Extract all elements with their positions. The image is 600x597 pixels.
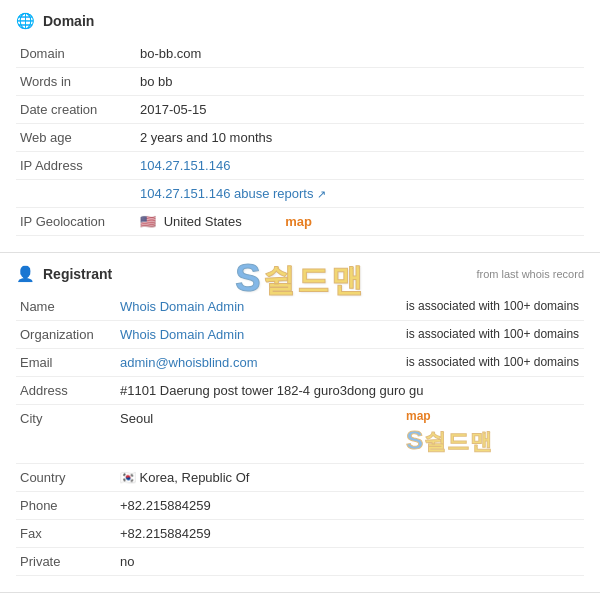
phone-value: +82.215884259 [116,492,584,520]
private-label: Private [16,548,116,576]
external-link-icon: ↗ [317,188,326,200]
email-link[interactable]: admin@whoisblind.com [120,355,257,370]
fax-value: +82.215884259 [116,520,584,548]
watermark2-s: S [406,425,424,455]
city-map-link[interactable]: map [406,409,431,423]
table-row: City Seoul map S쉴드맨 [16,405,584,464]
table-row: Date creation 2017-05-15 [16,96,584,124]
domain-section-header: 🌐 Domain [16,12,584,30]
web-age-value: 2 years and 10 months [136,124,584,152]
globe-icon: 🌐 [16,12,35,30]
registrant-header-row: 👤 Registrant S쉴드맨 from last whois record [16,265,584,283]
name-label: Name [16,293,116,321]
from-whois-text: from last whois record [476,268,584,280]
us-flag-icon: 🇺🇸 [140,214,156,229]
abuse-link[interactable]: 104.27.151.146 abuse reports [140,186,313,201]
empty-label [16,180,136,208]
org-value: Whois Domain Admin [116,321,396,349]
domain-label: Domain [16,40,136,68]
table-row: Private no [16,548,584,576]
ip-address-value: 104.27.151.146 [136,152,584,180]
name-value: Whois Domain Admin [116,293,396,321]
table-row: IP Address 104.27.151.146 [16,152,584,180]
address-label: Address [16,377,116,405]
korea-flag-icon: 🇰🇷 [120,470,136,485]
web-age-label: Web age [16,124,136,152]
country-value: 🇰🇷 Korea, Republic Of [116,464,584,492]
private-value: no [116,548,584,576]
table-row: Address #1101 Daerung post tower 182-4 g… [16,377,584,405]
table-row: Words in bo bb [16,68,584,96]
watermark2-overlay: S쉴드맨 [406,425,580,457]
table-row: Country 🇰🇷 Korea, Republic Of [16,464,584,492]
table-row: Phone +82.215884259 [16,492,584,520]
registrant-section: 👤 Registrant S쉴드맨 from last whois record… [0,253,600,593]
table-row: Name Whois Domain Admin is associated wi… [16,293,584,321]
city-map: map S쉴드맨 [396,405,584,464]
table-row: Web age 2 years and 10 months [16,124,584,152]
words-in-value: bo bb [136,68,584,96]
map-link[interactable]: map [285,214,312,229]
address-value: #1101 Daerung post tower 182-4 guro3dong… [116,377,584,405]
phone-label: Phone [16,492,116,520]
city-value: Seoul [116,405,396,464]
email-label: Email [16,349,116,377]
table-row: IP Geolocation 🇺🇸 United States map [16,208,584,236]
domain-section-title: Domain [43,13,94,29]
abuse-reports-value: 104.27.151.146 abuse reports ↗ [136,180,584,208]
registrant-icon: 👤 [16,265,35,283]
org-assoc: is associated with 100+ domains [396,321,584,349]
ip-address-label: IP Address [16,152,136,180]
country-label: Country [16,464,116,492]
domain-info-table: Domain bo-bb.com Words in bo bb Date cre… [16,40,584,236]
name-assoc: is associated with 100+ domains [396,293,584,321]
table-row: Organization Whois Domain Admin is assoc… [16,321,584,349]
domain-section: 🌐 Domain Domain bo-bb.com Words in bo bb… [0,0,600,253]
table-row: 104.27.151.146 abuse reports ↗ [16,180,584,208]
table-row: Email admin@whoisblind.com is associated… [16,349,584,377]
domain-value: bo-bb.com [136,40,584,68]
words-in-label: Words in [16,68,136,96]
name-link[interactable]: Whois Domain Admin [120,299,244,314]
city-label: City [16,405,116,464]
country-name: United States [164,214,242,229]
ip-geo-value: 🇺🇸 United States map [136,208,584,236]
date-creation-label: Date creation [16,96,136,124]
table-row: Domain bo-bb.com [16,40,584,68]
table-row: Fax +82.215884259 [16,520,584,548]
ip-geo-label: IP Geolocation [16,208,136,236]
registrant-section-header: 👤 Registrant [16,265,112,283]
email-value: admin@whoisblind.com [116,349,396,377]
watermark2-text: S쉴드맨 [406,429,493,454]
org-link[interactable]: Whois Domain Admin [120,327,244,342]
ip-address-link[interactable]: 104.27.151.146 [140,158,230,173]
org-label: Organization [16,321,116,349]
fax-label: Fax [16,520,116,548]
registrant-info-table: Name Whois Domain Admin is associated wi… [16,293,584,576]
registrant-section-title: Registrant [43,266,112,282]
date-creation-value: 2017-05-15 [136,96,584,124]
email-assoc: is associated with 100+ domains [396,349,584,377]
